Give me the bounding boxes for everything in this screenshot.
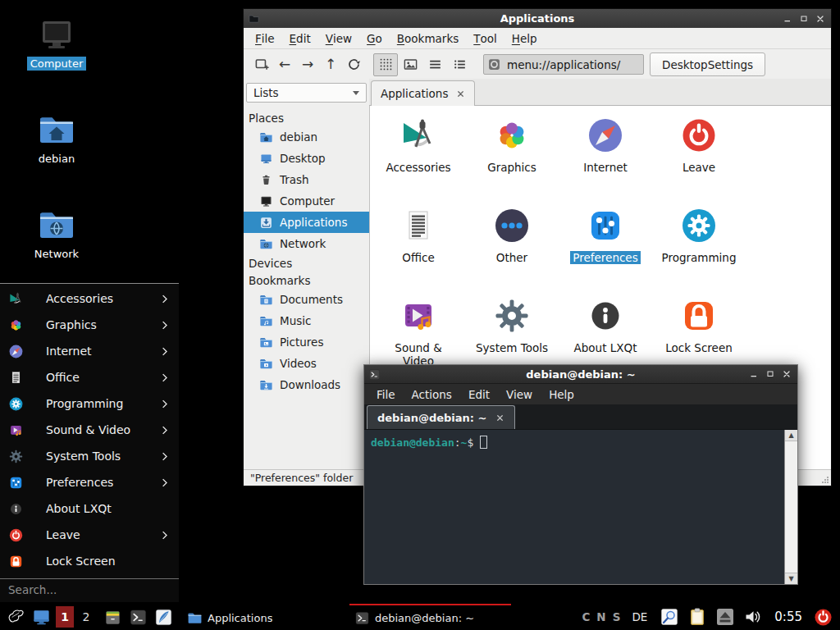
app-category-leave[interactable]: Leave <box>652 112 746 203</box>
new-tab-button[interactable] <box>250 53 273 76</box>
menu-item-internet[interactable]: Internet <box>0 338 179 364</box>
up-button[interactable]: ↑ <box>319 53 342 76</box>
menu-item-system-tools[interactable]: System Tools <box>0 443 179 469</box>
terminal-menu-file[interactable]: File <box>368 388 404 401</box>
clipboard-tray-icon[interactable] <box>687 607 707 627</box>
app-category-internet[interactable]: Internet <box>559 112 652 203</box>
sidebar-item-label: debian <box>280 130 317 144</box>
clock[interactable]: 0:55 <box>774 609 802 624</box>
maximize-icon[interactable] <box>763 368 777 381</box>
terminal-prompt-line: debian@debian:~$ <box>364 430 797 454</box>
desktop-settings-button[interactable]: DesktopSettings <box>650 52 765 76</box>
sidebar-item-pictures[interactable]: Pictures <box>244 331 369 353</box>
workspace-1[interactable]: 1 <box>56 606 74 628</box>
menu-search-input[interactable] <box>7 582 176 597</box>
forward-button[interactable]: → <box>296 53 319 76</box>
terminal-launcher[interactable] <box>127 606 149 628</box>
desktop-icon-network[interactable]: Network <box>16 205 97 261</box>
detail-view-button[interactable] <box>447 53 472 76</box>
scroll-down-icon[interactable]: ▼ <box>785 573 797 584</box>
grid-view-button[interactable] <box>373 53 398 76</box>
fm-menu-edit[interactable]: Edit <box>282 28 318 48</box>
sidebar-item-music[interactable]: Music <box>244 310 369 331</box>
menu-item-sound-video[interactable]: Sound & Video <box>0 417 179 443</box>
sidebar-item-debian[interactable]: debian <box>244 126 369 148</box>
submenu-arrow-icon <box>158 424 171 436</box>
sidebar-item-documents[interactable]: Documents <box>244 289 369 310</box>
app-category-programming[interactable]: Programming <box>652 203 746 293</box>
sidebar-item-network[interactable]: Network <box>244 233 369 254</box>
close-icon[interactable] <box>813 12 827 25</box>
magnifier-tray-icon[interactable] <box>660 607 679 627</box>
menu-item-leave[interactable]: Leave <box>0 522 179 548</box>
list-view-button[interactable] <box>422 53 447 76</box>
menu-item-graphics[interactable]: Graphics <box>0 312 179 338</box>
scrollbar-track[interactable] <box>785 441 797 573</box>
fm-menu-view[interactable]: View <box>318 28 359 48</box>
menu-item-preferences[interactable]: Preferences <box>0 469 179 495</box>
sidebar-item-desktop[interactable]: Desktop <box>244 148 369 169</box>
speaker-tray-icon[interactable] <box>743 607 763 627</box>
lists-combo[interactable]: Lists <box>246 83 367 103</box>
minimize-icon[interactable] <box>780 12 794 25</box>
terminal-titlebar[interactable]: debian@debian: ~ <box>364 365 797 384</box>
terminal-scrollbar[interactable]: ▲ ▼ <box>784 430 797 584</box>
tab-close-icon[interactable] <box>495 413 504 422</box>
sidebar-item-computer[interactable]: Computer <box>244 190 369 212</box>
scroll-up-icon[interactable]: ▲ <box>785 430 797 441</box>
fm-menu-tool[interactable]: Tool <box>466 28 504 48</box>
menu-item-about-lxqt[interactable]: About LXQt <box>0 495 179 522</box>
terminal-menu-actions[interactable]: Actions <box>404 388 460 401</box>
task-debian-debian[interactable]: debian@debian: ~ <box>349 604 511 630</box>
keyboard-layout-indicator[interactable]: DE <box>632 610 647 623</box>
sidebar-item-label: Documents <box>280 293 343 306</box>
menu-item-office[interactable]: Office <box>0 364 179 390</box>
terminal-tab[interactable]: debian@debian: ~ <box>367 405 515 429</box>
maximize-icon[interactable] <box>797 12 810 25</box>
terminal-window-icon <box>368 368 381 381</box>
app-category-accessories[interactable]: Accessories <box>372 112 465 203</box>
fm-menu-go[interactable]: Go <box>359 28 390 48</box>
minimize-icon[interactable] <box>746 368 760 381</box>
app-category-graphics[interactable]: Graphics <box>465 112 559 203</box>
terminal-content[interactable]: debian@debian:~$ ▲ ▼ <box>364 430 797 584</box>
sidebar-item-label: Music <box>280 314 311 327</box>
workspace-2[interactable]: 2 <box>77 606 95 628</box>
menu-item-lock-screen[interactable]: Lock Screen <box>0 548 179 574</box>
fm-menu-bookmarks[interactable]: Bookmarks <box>390 28 466 48</box>
featherpad-launcher[interactable] <box>153 606 175 628</box>
reload-button[interactable] <box>342 53 365 76</box>
desktop-icon-label: Network <box>31 247 82 261</box>
task-applications[interactable]: Applications <box>182 604 344 630</box>
show-desktop-button[interactable] <box>30 606 52 628</box>
terminal-menu-edit[interactable]: Edit <box>460 388 498 401</box>
submenu-arrow-icon <box>158 398 171 410</box>
desktop-icon-debian[interactable]: debian <box>16 110 97 166</box>
main-menu-button[interactable] <box>5 606 27 628</box>
app-category-preferences[interactable]: Preferences <box>559 203 652 293</box>
sidebar-item-videos[interactable]: Videos <box>244 353 369 374</box>
sidebar-item-downloads[interactable]: Downloads <box>244 374 369 395</box>
file-manager-launcher[interactable] <box>102 606 124 628</box>
resize-grip[interactable] <box>820 475 829 484</box>
path-bar[interactable]: menu://applications/ <box>483 54 644 75</box>
close-icon[interactable] <box>779 368 793 381</box>
tab-applications[interactable]: Applications <box>371 80 475 106</box>
menu-item-programming[interactable]: Programming <box>0 390 179 417</box>
app-category-other[interactable]: Other <box>465 203 559 293</box>
power-button[interactable] <box>814 608 833 627</box>
eject-tray-icon[interactable] <box>715 607 735 627</box>
app-category-office[interactable]: Office <box>372 203 465 293</box>
fm-titlebar[interactable]: Applications <box>244 9 831 28</box>
sidebar-item-trash[interactable]: Trash <box>244 169 369 190</box>
fm-menu-help[interactable]: Help <box>504 28 545 48</box>
terminal-menu-view[interactable]: View <box>498 388 541 401</box>
desktop-icon-computer[interactable]: Computer <box>16 15 97 71</box>
sidebar-item-applications[interactable]: Applications <box>244 212 369 233</box>
menu-item-accessories[interactable]: Accessories <box>0 285 179 312</box>
fm-menu-file[interactable]: File <box>248 28 282 48</box>
terminal-menu-help[interactable]: Help <box>541 388 582 401</box>
thumbnail-view-button[interactable] <box>398 53 422 76</box>
tab-close-icon[interactable] <box>456 89 465 98</box>
back-button[interactable]: ← <box>273 53 296 76</box>
